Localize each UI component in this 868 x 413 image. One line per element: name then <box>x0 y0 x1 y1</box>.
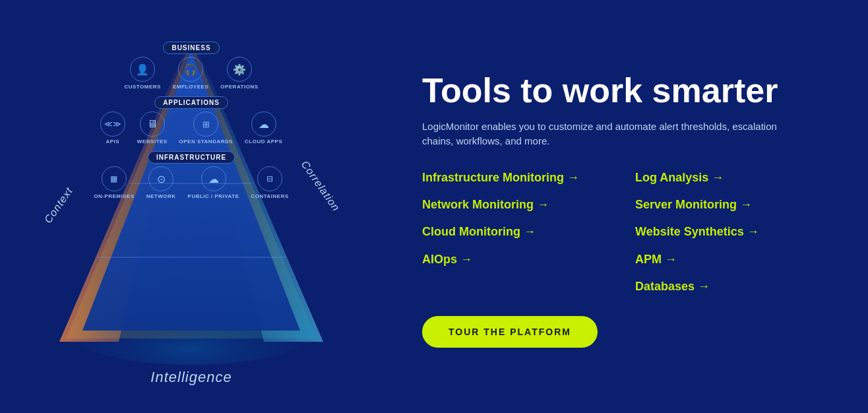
layer-infrastructure: INFRASTRUCTURE ▦ ON-PREMISES ⊙ NETWORK ☁… <box>94 151 289 201</box>
log-analysis-link[interactable]: Log Analysis → <box>635 168 835 188</box>
employees-icon-item: 🎧 EMPLOYEES <box>173 57 208 90</box>
operations-icon-item: ⚙️ OPERATIONS <box>220 57 258 90</box>
links-col1: Infrastructure Monitoring → Network Moni… <box>422 168 622 298</box>
containers-icon-item: ⊟ CONTAINERS <box>251 166 288 199</box>
log-analysis-label: Log Analysis → <box>635 170 724 185</box>
apm-label: APM → <box>635 252 677 267</box>
pyramid-content: BUSINESS 👤 CUSTOMERS 🎧 EMPLOYEES ⚙️ OPER… <box>46 35 336 201</box>
databases-link[interactable]: Databases → <box>635 276 835 297</box>
aiops-link[interactable]: AIOps → <box>422 249 622 270</box>
pyramid-container: Context Correlation Intelligence BUSINES… <box>20 15 363 398</box>
network-monitoring-label: Network Monitoring → <box>422 197 549 212</box>
links-col2: Log Analysis → Server Monitoring → Websi… <box>635 168 835 298</box>
customers-label: CUSTOMERS <box>124 84 160 90</box>
websites-icon-item: 🖥 WEBSITES <box>137 111 168 144</box>
apis-icon: ≪≫ <box>100 111 125 137</box>
customers-icon: 👤 <box>130 57 155 82</box>
employees-icon: 🎧 <box>178 57 203 82</box>
layer-business: BUSINESS 👤 CUSTOMERS 🎧 EMPLOYEES ⚙️ OPER… <box>124 42 258 91</box>
tour-platform-button[interactable]: TOUR THE PLATFORM <box>422 316 598 348</box>
open-standards-label: OPEN STANDARDS <box>179 139 233 144</box>
applications-badge: APPLICATIONS <box>154 96 228 109</box>
links-grid: Infrastructure Monitoring → Network Moni… <box>422 168 835 298</box>
apis-icon-item: ≪≫ APIS <box>100 111 125 144</box>
infra-monitoring-link[interactable]: Infrastructure Monitoring → <box>422 168 622 188</box>
customers-icon-item: 👤 CUSTOMERS <box>124 57 160 90</box>
left-panel: Context Correlation Intelligence BUSINES… <box>0 0 383 413</box>
open-standards-icon-item: ⊞ OPEN STANDARDS <box>179 111 233 144</box>
aiops-label: AIOps → <box>422 252 472 267</box>
cloud-apps-icon-item: ☁ CLOUD APPS <box>245 111 282 144</box>
public-private-icon-item: ☁ PUBLIC / PRIVATE <box>188 166 239 199</box>
on-premises-icon-item: ▦ ON-PREMISES <box>94 166 135 199</box>
subtitle: LogicMonitor enables you to customize an… <box>422 119 805 149</box>
operations-icon: ⚙️ <box>227 57 252 82</box>
websites-icon: 🖥 <box>140 111 165 137</box>
public-private-label: PUBLIC / PRIVATE <box>188 193 239 199</box>
cloud-apps-label: CLOUD APPS <box>245 139 282 144</box>
public-private-icon: ☁ <box>201 166 226 191</box>
databases-label: Databases → <box>635 279 710 294</box>
cloud-monitoring-label: Cloud Monitoring → <box>422 224 536 239</box>
network-icon: ⊙ <box>148 166 173 191</box>
on-premises-icon: ▦ <box>102 166 127 191</box>
cloud-apps-icon: ☁ <box>251 111 276 137</box>
containers-icon: ⊟ <box>257 166 282 191</box>
main-title: Tools to work smarter <box>422 72 835 110</box>
operations-label: OPERATIONS <box>220 84 258 90</box>
infrastructure-badge: INFRASTRUCTURE <box>148 151 235 164</box>
open-standards-icon: ⊞ <box>193 111 218 137</box>
apm-link[interactable]: APM → <box>635 249 835 270</box>
network-label: NETWORK <box>146 193 176 199</box>
websites-label: WEBSITES <box>137 139 168 144</box>
server-monitoring-link[interactable]: Server Monitoring → <box>635 195 835 215</box>
cloud-monitoring-link[interactable]: Cloud Monitoring → <box>422 222 622 242</box>
applications-icons-row: ≪≫ APIS 🖥 WEBSITES ⊞ OPEN STANDARDS ☁ CL… <box>100 111 282 144</box>
website-synthetics-link[interactable]: Website Synthetics → <box>635 222 835 242</box>
right-panel: Tools to work smarter LogicMonitor enabl… <box>383 0 868 413</box>
network-icon-item: ⊙ NETWORK <box>146 166 176 199</box>
website-synthetics-label: Website Synthetics → <box>635 224 759 239</box>
server-monitoring-label: Server Monitoring → <box>635 197 752 212</box>
intelligence-label: Intelligence <box>150 369 232 386</box>
business-icons-row: 👤 CUSTOMERS 🎧 EMPLOYEES ⚙️ OPERATIONS <box>124 57 258 90</box>
layer-applications: APPLICATIONS ≪≫ APIS 🖥 WEBSITES ⊞ OPEN S… <box>100 96 282 146</box>
employees-label: EMPLOYEES <box>173 84 208 90</box>
network-monitoring-link[interactable]: Network Monitoring → <box>422 195 622 215</box>
business-badge: BUSINESS <box>163 42 219 54</box>
containers-label: CONTAINERS <box>251 193 288 199</box>
infra-monitoring-label: Infrastructure Monitoring → <box>422 170 579 185</box>
on-premises-label: ON-PREMISES <box>94 193 135 199</box>
apis-label: APIS <box>106 139 119 144</box>
infrastructure-icons-row: ▦ ON-PREMISES ⊙ NETWORK ☁ PUBLIC / PRIVA… <box>94 166 289 199</box>
